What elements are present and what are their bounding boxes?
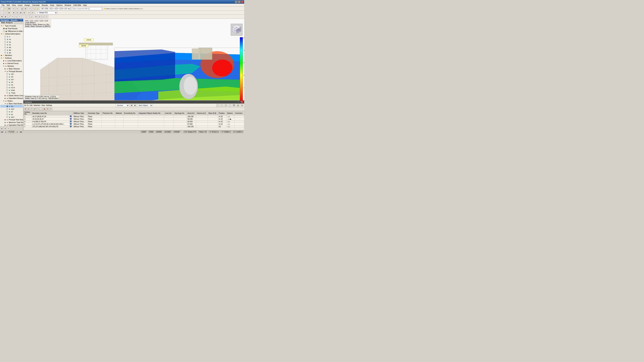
tb-view-iso[interactable]: ⊟ (23, 11, 26, 14)
radio-sigma2m[interactable] (6, 76, 8, 78)
tbl-tag3[interactable]: ✎ (30, 108, 33, 111)
tree-epsyy[interactable]: ◆ εyy+ (0, 108, 23, 110)
tree-elastic-stress[interactable]: ▶ ■ Elastic Stress Components (0, 94, 23, 97)
table-row[interactable]: 5 1,2,14,271,270-65,28-3,166,69,262,246,… (24, 123, 244, 125)
nav-btn-3[interactable]: ≡ (7, 127, 10, 130)
results-goto[interactable]: Go To (24, 104, 29, 106)
tree-members[interactable]: ▶ 📁 Members (0, 54, 23, 57)
menu-cad-bim[interactable]: CAD-BIM (72, 4, 82, 6)
expand-principal-stresses[interactable]: ▼ (4, 70, 6, 72)
tree-def-phiz[interactable]: ◆ φz (0, 51, 23, 54)
tb-redo[interactable]: ↪ (16, 7, 19, 10)
tree-sigma2m[interactable]: ◆ σ2- (0, 75, 23, 78)
tbl-tag1[interactable]: ⊞ (24, 108, 27, 111)
tbl-tag9[interactable]: ① (49, 108, 52, 111)
menu-assign[interactable]: Assign (24, 4, 31, 6)
tree-gammaxy[interactable]: ◆ γxy+ (0, 116, 23, 118)
status-fwd[interactable]: ▶ (16, 131, 18, 133)
expand-members[interactable]: ▶ (1, 54, 2, 56)
radio-sigma2p[interactable] (6, 73, 8, 75)
radio-final[interactable] (3, 28, 5, 29)
results-btn2[interactable]: ▶ (134, 104, 136, 107)
tree-basic-stresses[interactable]: ▶ ■ Basic Stresses (0, 67, 23, 70)
tb-surface[interactable]: ▭ (14, 15, 18, 18)
tree-taum[interactable]: ◆ τm (0, 83, 23, 86)
radio-epsyy[interactable] (6, 108, 8, 110)
radio-ux[interactable] (4, 38, 6, 40)
status-osnap[interactable]: OSNAP (173, 131, 180, 133)
tree-def-uy[interactable]: ◆ uy (0, 40, 23, 43)
tbl-icon5[interactable]: 💾 (232, 104, 236, 107)
tree-def-ux[interactable]: ◆ ux (0, 38, 23, 40)
tb-pan[interactable]: ✋ (36, 7, 39, 10)
tree-def-phiy[interactable]: ◆ φy (0, 49, 23, 51)
tb-render[interactable]: ■ (8, 11, 11, 14)
radio-taum[interactable] (6, 84, 8, 86)
radio-sigma1m[interactable] (6, 81, 8, 83)
results-combo2[interactable]: Basic Objects (138, 104, 152, 107)
tree-sigma1m2[interactable]: ◆ σ1.m (0, 86, 23, 89)
results-selection[interactable]: Selection (34, 104, 40, 106)
menu-results[interactable]: Results (41, 4, 49, 6)
tree-basic-total-strains[interactable]: ▼ ■ Basic Total Strains (0, 102, 23, 105)
menu-window[interactable]: Window (64, 4, 72, 6)
tb-load[interactable]: ↓ (26, 15, 30, 18)
tbl-icon7[interactable]: ⚙ (240, 104, 244, 107)
tree-final-results[interactable]: ◆ Final Results (0, 27, 23, 30)
radio-phix[interactable] (4, 46, 6, 48)
menu-help[interactable]: Help (82, 4, 88, 6)
tb-snap[interactable]: ✚ (0, 15, 4, 18)
expand-basic-total-strains[interactable]: ▼ (4, 103, 6, 104)
tree-principal-total[interactable]: ▶ ■ Principal Total Strains (0, 118, 23, 121)
radio-epsx-neg[interactable] (6, 111, 8, 112)
tbl-tag6[interactable]: 📊 (40, 108, 43, 111)
tree-epsx-sel[interactable]: ◆ εx+ (0, 105, 23, 108)
table-row[interactable]: 1 16,17,28,65-47,18 Without Thick... Pla… (24, 115, 244, 118)
nav-cube[interactable]: Front Right Top (231, 24, 242, 35)
table-row[interactable]: 3 19-26,36-45,27 Without Thick... Plane … (24, 118, 244, 120)
tb-select[interactable]: ↖ (28, 7, 32, 10)
radio-gammaxy[interactable] (6, 116, 8, 118)
menu-calculate[interactable]: Calculate (31, 4, 41, 6)
expand-equiv-total[interactable]: ▶ (4, 124, 6, 126)
status-back[interactable]: ◀ (4, 131, 7, 133)
tree-local-def[interactable]: ▶ ■ Local Deformations (0, 59, 23, 62)
tb-wireframe[interactable]: ⬚ (4, 11, 7, 14)
status-bgrid[interactable]: BGRID (156, 131, 163, 133)
tree-principal-stresses[interactable]: ▼ ■ Principal Stresses (0, 70, 23, 73)
tb-undo[interactable]: ↩ (12, 7, 16, 10)
tree-equiv-stress[interactable]: ▶ ■ Equivalent Stresses (0, 97, 23, 99)
status-end[interactable]: ▶▶ (20, 131, 22, 133)
expand-elastic-stress[interactable]: ▶ (4, 95, 6, 96)
tb-display[interactable]: ⬜ (0, 11, 4, 14)
expand-surfaces[interactable]: ▼ (1, 57, 2, 59)
tb-node[interactable]: · (23, 15, 26, 18)
radio-phiz[interactable] (4, 52, 6, 53)
status-prev[interactable]: ◀◀ (1, 131, 3, 133)
tb-result4[interactable]: τ (45, 15, 48, 18)
nav-pin[interactable]: 📌 (18, 19, 20, 21)
expand-internal-forces[interactable]: ▶ (3, 62, 5, 64)
search-input[interactable] (72, 7, 102, 10)
results-view[interactable]: View (42, 104, 45, 106)
tb-result1[interactable]: R (34, 15, 38, 18)
radio-taumax2[interactable] (6, 92, 8, 94)
tb-line[interactable]: ╱ (8, 15, 11, 18)
tree-taumax2[interactable]: ◆ Tmax (0, 91, 23, 94)
status-glines[interactable]: GLINES (164, 131, 172, 133)
tb-result3[interactable]: ε (42, 15, 45, 18)
tree-taumax1[interactable]: ◆ τmax (0, 89, 23, 91)
menu-file[interactable]: File (1, 4, 6, 6)
expand-local-def[interactable]: ▶ (3, 60, 5, 61)
expand-principal-total[interactable]: ▶ (4, 119, 6, 120)
load-combo[interactable]: SC: CO2 - LC1 + LC2 + LC3 + LC4 (40, 7, 70, 10)
tree-stresses[interactable]: ▼ ■ Stresses (0, 65, 23, 67)
tree-surfaces[interactable]: ▼ 📁 Surfaces (0, 57, 23, 59)
expand-type-results[interactable]: ▼ (1, 25, 2, 27)
expand-basic-stresses[interactable]: ▶ (4, 68, 6, 69)
tb-solid[interactable]: ▪ (18, 15, 21, 18)
tree-def-phix[interactable]: ◆ φx (0, 46, 23, 49)
tbl-tag7[interactable]: 📤 (43, 108, 46, 111)
tree-sigma1m[interactable]: ◆ σ1- (0, 81, 23, 83)
view-combo[interactable]: 1 - Global XYZ (36, 11, 57, 14)
